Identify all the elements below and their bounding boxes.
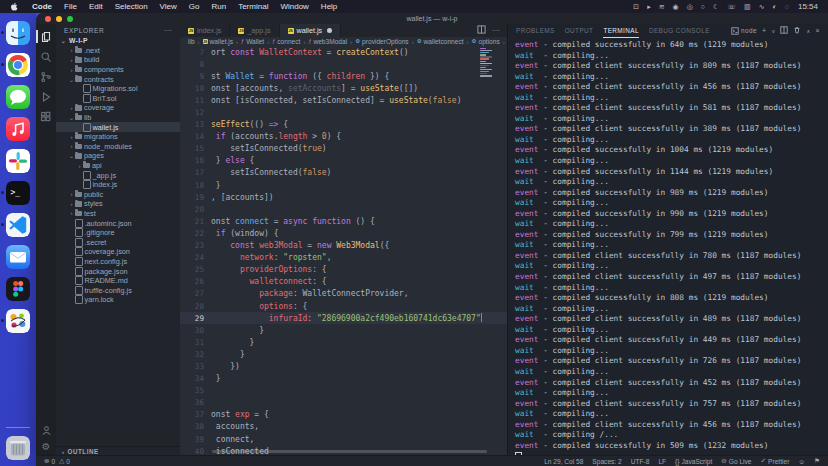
breadcrumb-item-options[interactable]: ⚙options [472,38,500,45]
menu-item-view[interactable]: View [154,2,183,11]
settings-gear-icon[interactable]: ⚙ [42,442,51,452]
code-line[interactable]: 39 connect, [180,433,507,445]
code-line[interactable]: 29 infuraId: "28696900a2cf490eb160741dc6… [180,312,507,324]
menu-bar-clock[interactable]: 15:54 [798,2,818,11]
code-line[interactable]: 32 } [180,348,507,360]
terminal-icon[interactable]: >_ [6,181,30,205]
status-cursor-position[interactable]: Ln 29, Col 58 [544,458,583,465]
explorer-more-actions-icon[interactable]: ··· [164,26,172,35]
siri-icon[interactable]: ◌ [785,3,789,10]
menu-item-edit[interactable]: Edit [83,2,109,11]
breadcrumb-item-wallet.js[interactable]: JSwallet.js [203,38,233,45]
split-terminal-icon[interactable] [780,26,788,35]
wifi-icon[interactable]: ∿ [759,3,765,10]
zoom-window-button[interactable] [67,16,73,22]
file-tree-item[interactable]: ›migrations [56,132,180,142]
menu-item-code[interactable]: Code [26,2,58,11]
file-tree-item[interactable]: ›.next [56,46,180,56]
code-line[interactable]: 28 options: { [180,300,507,312]
file-tree-item[interactable]: ›styles [56,199,180,209]
file-tree-item[interactable]: coverage.json [56,247,180,257]
editor-more-actions-icon[interactable]: ··· [492,26,500,35]
notifications-bell-icon[interactable]: ⚑ [814,457,820,465]
file-tree-root[interactable]: ⌄W-I-P [56,36,180,46]
file-tree-item[interactable]: truffle-config.js [56,285,180,295]
file-tree-item[interactable]: .gitignore [56,228,180,238]
code-line[interactable]: 15 setIsConnected(true) [180,143,507,155]
panel-tab-output[interactable]: OUTPUT [565,24,594,38]
close-window-button[interactable] [45,16,51,22]
network-icon[interactable]: ≋ [659,3,665,10]
file-tree-item[interactable]: ›build [56,55,180,65]
menu-item-go[interactable]: Go [183,2,206,11]
code-editor[interactable]: 7ort const WalletContext = createContext… [180,46,507,456]
status-encoding[interactable]: UTF-8 [631,458,650,465]
file-tree-item[interactable]: ›coverage [56,103,180,113]
code-line[interactable]: 33 }) [180,360,507,372]
code-line[interactable]: 19, [accounts]) [180,191,507,203]
menu-item-help[interactable]: Help [315,2,343,11]
file-tree-item[interactable]: BriT.sol [56,94,180,104]
breadcrumb-item-connect[interactable]: ƒconnect [272,38,300,45]
file-tree-item[interactable]: .secret [56,237,180,247]
status-go-live[interactable]: ⊘Go Live [721,457,751,465]
file-tree-item[interactable]: package.json [56,266,180,276]
code-line[interactable]: 8 [180,58,507,70]
tab-walletjs[interactable]: JSwallet.js [280,24,342,37]
file-tree-item[interactable]: ⌄lib [56,113,180,123]
split-editor-icon[interactable] [477,25,486,36]
display-icon[interactable]: ⊡ [633,3,639,10]
record-icon[interactable]: ◉ [673,3,679,10]
file-tree-item[interactable]: Migrations.sol [56,84,180,94]
file-tree-item[interactable]: ›node_modules [56,142,180,152]
errors-indicator[interactable]: ⊗0 [44,457,55,465]
code-line[interactable]: 7ort const WalletContext = createContext… [180,46,507,58]
code-line[interactable]: 23 const web3Modal = new Web3Modal({ [180,240,507,252]
account-icon[interactable] [41,425,52,438]
file-tree-item[interactable]: yarn.lock [56,295,180,305]
code-line[interactable]: 11onst [isConnected, setIsConnected] = u… [180,94,507,106]
trash-icon[interactable] [6,436,30,460]
breadcrumb-item-lib[interactable]: lib [188,38,195,45]
menu-item-file[interactable]: File [58,2,83,11]
code-line[interactable]: 24 network: "ropsten", [180,252,507,264]
breadcrumb-item-web3Modal[interactable]: ƒweb3Modal [308,38,347,45]
breadcrumb-item-Wallet[interactable]: ƒWallet [241,38,264,45]
chrome-icon[interactable] [6,53,30,77]
code-line[interactable]: 35 [180,385,507,397]
explorer-header[interactable]: EXPLORER [64,27,104,34]
file-tree-item[interactable]: README.md [56,276,180,286]
extensions-icon[interactable] [36,108,56,125]
code-line[interactable]: 10onst [accounts, setAccounts] = useStat… [180,82,507,94]
art-icon[interactable] [6,309,30,333]
code-line[interactable]: 16 } else { [180,155,507,167]
file-tree-item[interactable]: _app.js [56,170,180,180]
tab-_appjs[interactable]: JS_app.js [230,24,279,37]
terminal-output[interactable]: event - compiled successfully in 640 ms … [508,37,828,456]
code-line[interactable]: 14 if (accounts.length > 0) { [180,131,507,143]
file-tree-item[interactable]: index.js [56,180,180,190]
figma-icon[interactable] [6,277,30,301]
finder-icon[interactable] [6,21,30,45]
tab-indexjs[interactable]: JSindex.js [180,24,230,37]
code-line[interactable]: 26 walletconnect: { [180,276,507,288]
close-panel-icon[interactable]: × [816,27,821,34]
code-line[interactable]: 17 setIsConnected(false) [180,167,507,179]
circle-icon[interactable]: ◎ [687,3,693,10]
vscode-icon[interactable] [6,213,30,237]
minimize-window-button[interactable] [56,16,62,22]
status-language[interactable]: {}JavaScript [675,458,712,465]
file-tree-item[interactable]: wallet.js [56,122,180,132]
code-line[interactable]: 21onst connect = async function () { [180,215,507,227]
status-eol[interactable]: LF [658,458,666,465]
file-tree-item[interactable]: next.config.js [56,257,180,267]
file-tree-item[interactable]: ⌄pages [56,151,180,161]
file-tree-item[interactable]: .autominc.json [56,218,180,228]
status-indentation[interactable]: Spaces: 2 [592,458,621,465]
terminal-dropdown-icon[interactable]: ∨ [771,28,775,34]
file-tree-item[interactable]: ›components [56,65,180,75]
file-tree-item[interactable]: ›public [56,190,180,200]
phone-icon[interactable]: ☏ [727,3,736,10]
breadcrumb-item-walletconnect[interactable]: ⚙walletconnect [417,38,464,45]
code-line[interactable]: 31 } [180,336,507,348]
